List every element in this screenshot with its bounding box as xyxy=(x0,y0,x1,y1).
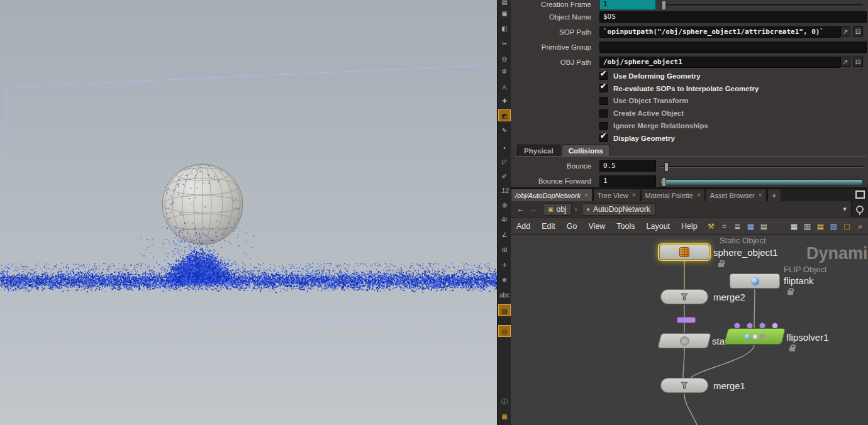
tab-close-icon[interactable]: × xyxy=(584,192,588,199)
tab-close-icon[interactable]: × xyxy=(697,192,701,199)
menu-item[interactable]: Help xyxy=(676,222,703,231)
path-dropdown-icon[interactable]: ▾ xyxy=(838,205,851,213)
node-name-label[interactable]: sphere_object1 xyxy=(713,247,778,258)
checkbox[interactable]: ✔ xyxy=(599,72,608,80)
menu-item[interactable]: Add xyxy=(511,222,536,231)
obj-node-chooser-icon[interactable]: ⊡ xyxy=(853,57,863,67)
checkbox[interactable]: ✔ xyxy=(599,109,608,118)
tab-close-icon[interactable]: × xyxy=(632,192,636,199)
secure-selection-icon[interactable]: ◧ xyxy=(498,23,511,35)
pane-tab[interactable]: Tree View × xyxy=(593,189,640,201)
sop-select-arrow-icon[interactable]: ↗ xyxy=(840,26,850,36)
handles-icon[interactable]: ✚ xyxy=(498,95,511,107)
checkbox[interactable]: ✔ xyxy=(599,84,608,92)
pen-icon[interactable]: ✐ xyxy=(498,170,511,182)
snapshot-icon[interactable]: ▣ xyxy=(498,8,511,19)
point-numbers-icon[interactable]: .12 xyxy=(498,185,511,197)
param-checkbox-row[interactable]: ✔ Use Deforming Geometry xyxy=(599,70,759,82)
node-name-label[interactable]: flipsolver1 xyxy=(786,332,829,343)
breadcrumb-node[interactable]: ● AutoDopNetwork xyxy=(582,203,655,216)
points-display-icon[interactable]: • xyxy=(498,142,511,154)
origin-axes-icon[interactable]: ⊕ xyxy=(498,199,511,211)
node-staticsolver1[interactable] xyxy=(657,333,711,348)
checkbox[interactable]: ✔ xyxy=(599,134,608,142)
background-image-icon[interactable]: ▨ xyxy=(498,304,511,316)
node-merge2[interactable] xyxy=(660,289,708,304)
pane-tab[interactable]: Material Palette × xyxy=(641,189,705,201)
tab-close-icon[interactable]: × xyxy=(759,192,762,199)
menu-item[interactable]: Edit xyxy=(536,222,561,231)
sop-node-chooser-icon[interactable]: ⊡ xyxy=(853,26,863,36)
creation-frame-field[interactable]: 1 xyxy=(599,0,656,10)
cut-icon[interactable]: ✂ xyxy=(498,38,511,50)
node-name-label[interactable]: merge1 xyxy=(713,380,745,391)
prim-numbers-icon[interactable]: 4² xyxy=(498,214,511,226)
slider-handle[interactable] xyxy=(664,162,669,172)
node-name-label[interactable]: fliptank xyxy=(784,275,814,286)
bounce-forward-field[interactable]: 1 xyxy=(599,175,656,187)
freeze-icon[interactable]: ❄ xyxy=(498,274,511,286)
network-editor-canvas[interactable]: Dynamics Static Object sphere_object1 FL… xyxy=(511,235,868,425)
node-merge1[interactable] xyxy=(660,378,708,393)
angle-snap-icon[interactable]: ∠ xyxy=(498,229,511,241)
obj-select-arrow-icon[interactable]: ↗ xyxy=(840,57,850,67)
new-tab-button[interactable]: + xyxy=(767,189,781,201)
draw-icon[interactable]: ✎ xyxy=(498,124,511,136)
axis-display-icon[interactable]: ✛ xyxy=(498,259,511,271)
shade-mode-icon[interactable]: ◩ xyxy=(498,109,511,121)
scene-viewport[interactable] xyxy=(0,0,497,425)
pin-pane-button[interactable] xyxy=(851,201,868,217)
param-checkbox-row[interactable]: ✔ Re-evaluate SOPs to Interpolate Geomet… xyxy=(599,82,759,95)
node-sphere-object1[interactable] xyxy=(659,245,709,260)
back-button[interactable]: ← xyxy=(515,204,526,214)
checkbox[interactable]: ✔ xyxy=(599,97,608,105)
menu-item[interactable]: View xyxy=(582,222,611,231)
options-icon[interactable]: ⚙ xyxy=(498,65,511,77)
bounce-forward-slider[interactable] xyxy=(660,177,863,186)
menu-item[interactable]: Layout xyxy=(641,222,676,231)
display-flag[interactable] xyxy=(677,317,696,323)
node-flipsolver1[interactable] xyxy=(724,328,786,345)
grid-snap-icon[interactable]: ⊞ xyxy=(498,244,511,256)
customize-icon[interactable]: ⚒ xyxy=(704,222,718,231)
headlight-icon[interactable]: ◎ xyxy=(498,325,511,337)
columns-icon[interactable]: ▥ xyxy=(801,222,814,231)
pane-tab[interactable]: /obj/AutoDopNetwork × xyxy=(511,189,593,201)
bounce-field[interactable]: 0.5 xyxy=(599,160,656,172)
param-checkbox-row[interactable]: ✔ Create Active Object xyxy=(599,107,759,119)
normals-icon[interactable]: ◬ xyxy=(498,80,511,92)
node-name-label[interactable]: merge2 xyxy=(713,292,745,302)
forward-button[interactable]: → xyxy=(526,204,538,214)
quad-view-icon[interactable]: ▦ xyxy=(498,411,511,422)
node-fliptank[interactable] xyxy=(730,273,780,289)
object-name-field[interactable]: $OS xyxy=(599,11,867,23)
rows-view-icon[interactable]: ▤ xyxy=(757,222,771,231)
checkbox[interactable]: ✔ xyxy=(599,122,608,130)
list-icon[interactable]: ≣ xyxy=(731,222,744,231)
param-checkbox-row[interactable]: ✔ Use Object Transform xyxy=(599,95,759,108)
target-icon[interactable]: ◎ xyxy=(498,53,511,65)
text-overlay-icon[interactable]: abc xyxy=(498,289,511,301)
table-icon[interactable]: ▦ xyxy=(787,222,801,231)
info-icon[interactable]: ⓘ xyxy=(498,395,511,407)
slider-handle[interactable] xyxy=(662,1,666,10)
pane-maximize-icon[interactable] xyxy=(855,190,865,199)
script-icon[interactable]: ▧ xyxy=(827,222,840,231)
pane-tab[interactable]: Asset Browser × xyxy=(706,189,767,201)
grid-view-icon[interactable]: ▦ xyxy=(744,222,757,231)
primitive-group-field[interactable] xyxy=(599,41,867,53)
notes-icon[interactable]: ▤ xyxy=(814,222,827,231)
param-checkbox-row[interactable]: ✔ Ignore Merge Relationships xyxy=(599,119,759,132)
breadcrumb-context[interactable]: ▣ obj xyxy=(543,203,572,216)
sop-path-field[interactable]: `opinputpath("/obj/sphere_object1/attrib… xyxy=(599,26,840,38)
tree-icon[interactable]: ⌗ xyxy=(718,222,731,231)
slider-handle[interactable] xyxy=(662,177,666,187)
corner-pivot-icon[interactable]: ◸ xyxy=(498,156,511,168)
creation-frame-slider[interactable] xyxy=(660,1,863,9)
takes-icon[interactable]: ▢ xyxy=(840,222,854,231)
menu-item[interactable]: Go xyxy=(561,222,583,231)
menu-item[interactable]: Tools xyxy=(611,222,640,231)
param-checkbox-row[interactable]: ✔ Display Geometry xyxy=(599,132,759,145)
param-tab[interactable]: Physical xyxy=(517,145,560,157)
obj-path-field[interactable]: /obj/sphere_object1 xyxy=(599,57,840,68)
